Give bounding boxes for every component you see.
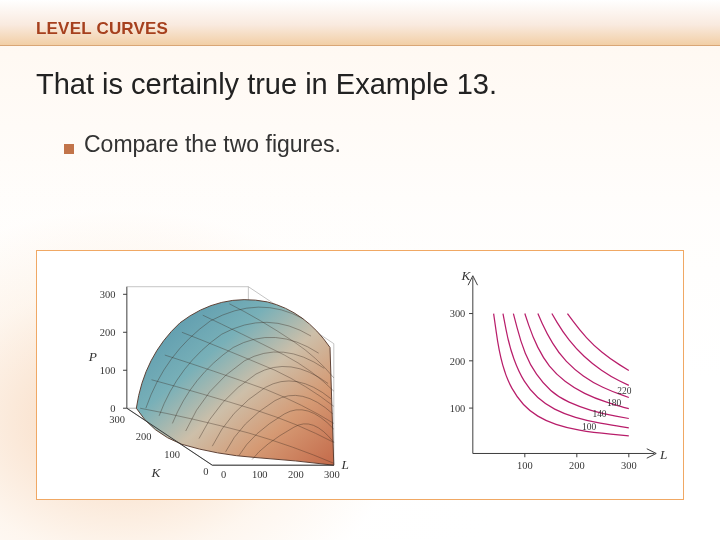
figure-3d-surface: 0 100 200 300 P — [49, 259, 410, 491]
bullet-square-icon — [64, 144, 74, 154]
level-curve-label: 100 — [582, 422, 596, 432]
l2-tick-300: 300 — [621, 460, 637, 471]
l-tick-100: 100 — [252, 469, 268, 480]
k-tick-300: 300 — [109, 414, 125, 425]
bullet-list: Compare the two figures. — [64, 131, 720, 158]
k-tick-200: 200 — [136, 432, 152, 443]
level-curve — [567, 314, 628, 371]
level-curve-label: 180 — [607, 398, 621, 408]
level-curve — [551, 314, 628, 386]
surface-plot-svg: 0 100 200 300 P — [49, 259, 410, 491]
p-tick-0: 0 — [110, 403, 115, 414]
p-tick-300: 300 — [100, 289, 116, 300]
level-curve-label: 220 — [617, 386, 631, 396]
l2-tick-200: 200 — [569, 460, 585, 471]
header-title: LEVEL CURVES — [36, 19, 168, 39]
l-axis-label: L — [340, 457, 348, 472]
k-tick-100: 100 — [164, 449, 180, 460]
k2-tick-100: 100 — [449, 403, 465, 414]
bullet-item: Compare the two figures. — [64, 131, 720, 158]
k-tick-0: 0 — [203, 466, 208, 477]
k2-tick-300: 300 — [449, 308, 465, 319]
level-curve — [503, 314, 629, 428]
k2-axis-label: K — [460, 268, 471, 283]
level-curves-svg: K L 100 200 300 100 200 300 100140180220 — [435, 259, 671, 491]
level-curve-label: 140 — [592, 409, 606, 419]
k-axis-label: K — [151, 465, 162, 480]
figure-level-curves: K L 100 200 300 100 200 300 100140180220 — [435, 259, 671, 491]
header-bar: LEVEL CURVES — [0, 0, 720, 46]
l-tick-200: 200 — [288, 469, 304, 480]
p-axis-label: P — [88, 349, 97, 364]
l-tick-300: 300 — [324, 469, 340, 480]
slide-subtitle: That is certainly true in Example 13. — [36, 68, 720, 101]
k2-tick-200: 200 — [449, 356, 465, 367]
p-tick-100: 100 — [100, 365, 116, 376]
l-tick-0: 0 — [221, 469, 226, 480]
l2-tick-100: 100 — [517, 460, 533, 471]
figure-frame: 0 100 200 300 P — [36, 250, 684, 500]
p-tick-200: 200 — [100, 327, 116, 338]
bullet-text: Compare the two figures. — [84, 131, 341, 158]
l2-axis-label: L — [659, 447, 667, 462]
